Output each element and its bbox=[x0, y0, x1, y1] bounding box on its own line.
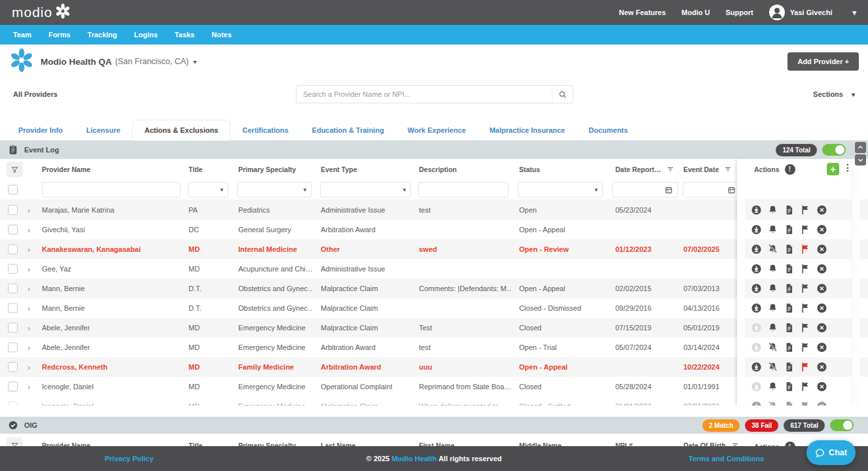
document-icon[interactable] bbox=[784, 342, 795, 353]
close-icon[interactable] bbox=[816, 362, 827, 373]
row-checkbox[interactable] bbox=[8, 284, 18, 294]
expand-chevron-icon[interactable]: › bbox=[27, 304, 30, 313]
column-filter-icon[interactable] bbox=[666, 166, 674, 173]
flag-icon[interactable] bbox=[800, 323, 811, 334]
column-header-date-report[interactable]: Date Report… bbox=[615, 166, 674, 173]
download-icon[interactable] bbox=[751, 323, 762, 334]
download-icon[interactable] bbox=[751, 342, 762, 353]
filter-select-event-type[interactable]: ▾ bbox=[320, 182, 411, 198]
oig-toggle[interactable] bbox=[830, 419, 854, 431]
download-icon[interactable] bbox=[751, 362, 762, 373]
tab-actions-exclusions[interactable]: Actions & Exclusions bbox=[132, 120, 230, 141]
filter-input-provider-name[interactable] bbox=[47, 186, 175, 194]
download-icon[interactable] bbox=[751, 401, 762, 406]
bell-slash-icon[interactable] bbox=[767, 244, 778, 255]
select-all-checkbox[interactable] bbox=[8, 184, 18, 194]
row-checkbox[interactable] bbox=[8, 304, 18, 313]
nav-item-forms[interactable]: Forms bbox=[48, 31, 71, 39]
download-icon[interactable] bbox=[751, 244, 762, 255]
bell-icon[interactable] bbox=[767, 381, 778, 392]
nav-item-notes[interactable]: Notes bbox=[211, 31, 232, 39]
flag-icon[interactable] bbox=[800, 205, 811, 216]
expand-chevron-icon[interactable]: › bbox=[27, 284, 30, 294]
sections-dropdown[interactable]: Sections ▾ bbox=[813, 90, 855, 98]
modio-logo[interactable]: modio bbox=[12, 3, 71, 22]
close-icon[interactable] bbox=[816, 244, 827, 255]
event-log-toggle[interactable] bbox=[822, 144, 846, 156]
row-checkbox[interactable] bbox=[8, 323, 18, 333]
nav-item-team[interactable]: Team bbox=[13, 31, 31, 39]
close-icon[interactable] bbox=[816, 323, 827, 334]
chevron-down-icon[interactable]: ▾ bbox=[193, 58, 196, 65]
flag-icon[interactable] bbox=[800, 264, 811, 275]
calendar-icon[interactable] bbox=[727, 186, 736, 194]
tab-certifications[interactable]: Certifications bbox=[230, 120, 300, 140]
row-checkbox[interactable] bbox=[8, 382, 18, 392]
column-header-npi[interactable]: NPI # bbox=[615, 442, 632, 446]
column-header-title[interactable]: Title bbox=[189, 166, 202, 173]
add-provider-button[interactable]: Add Provider + bbox=[787, 52, 859, 71]
column-header-primary-specialty[interactable]: Primary Specialty bbox=[238, 442, 296, 446]
topbar-link-support[interactable]: Support bbox=[725, 9, 753, 16]
topbar-link-new-features[interactable]: New Features bbox=[619, 9, 666, 16]
brand-link[interactable]: Modio Health bbox=[391, 455, 437, 462]
row-checkbox[interactable] bbox=[8, 264, 18, 274]
row-checkbox[interactable] bbox=[8, 362, 18, 372]
document-icon[interactable] bbox=[784, 401, 795, 406]
nav-item-tracking[interactable]: Tracking bbox=[88, 31, 117, 39]
document-icon[interactable] bbox=[784, 283, 795, 294]
row-checkbox[interactable] bbox=[8, 225, 18, 235]
expand-chevron-icon[interactable]: › bbox=[27, 382, 30, 392]
alert-exclamation-icon[interactable]: ! bbox=[785, 442, 795, 446]
calendar-icon[interactable] bbox=[664, 186, 673, 194]
bell-icon[interactable] bbox=[767, 283, 778, 294]
column-header-event-date[interactable]: Event Date bbox=[683, 166, 732, 173]
tab-provider-info[interactable]: Provider Info bbox=[7, 120, 75, 140]
bell-icon[interactable] bbox=[767, 224, 778, 236]
close-icon[interactable] bbox=[816, 401, 827, 406]
row-checkbox[interactable] bbox=[8, 402, 18, 406]
bell-icon[interactable] bbox=[767, 303, 778, 314]
row-checkbox[interactable] bbox=[8, 343, 18, 353]
bell-icon[interactable] bbox=[767, 264, 778, 275]
filter-select-primary-specialty[interactable]: ▾ bbox=[237, 182, 312, 198]
provider-search-input[interactable] bbox=[297, 90, 552, 98]
document-icon[interactable] bbox=[784, 323, 795, 334]
document-icon[interactable] bbox=[784, 205, 795, 216]
close-icon[interactable] bbox=[816, 303, 827, 314]
column-header-primary-specialty[interactable]: Primary Specialty bbox=[238, 166, 296, 173]
row-checkbox[interactable] bbox=[8, 245, 18, 254]
filter-select-title[interactable]: ▾ bbox=[188, 182, 228, 198]
flag-icon[interactable] bbox=[800, 381, 811, 392]
close-icon[interactable] bbox=[816, 381, 827, 392]
terms-link[interactable]: Terms and Conditions bbox=[689, 455, 764, 462]
column-header-date-of-birth[interactable]: Date Of Birth bbox=[683, 442, 739, 446]
flag-icon[interactable] bbox=[800, 224, 811, 236]
add-event-button[interactable]: + bbox=[827, 163, 839, 175]
bell-icon[interactable] bbox=[767, 323, 778, 334]
flag-icon[interactable] bbox=[800, 362, 811, 373]
bell-slash-icon[interactable] bbox=[767, 342, 778, 353]
topbar-link-modio-u[interactable]: Modio U bbox=[681, 9, 710, 16]
column-header-provider-name[interactable]: Provider Name bbox=[42, 166, 90, 173]
expand-chevron-icon[interactable]: › bbox=[27, 264, 30, 274]
expand-chevron-icon[interactable]: › bbox=[27, 205, 30, 215]
column-header-description[interactable]: Description bbox=[419, 166, 457, 173]
download-icon[interactable] bbox=[751, 283, 762, 294]
expand-chevron-icon[interactable]: › bbox=[27, 225, 30, 235]
nav-item-logins[interactable]: Logins bbox=[134, 31, 158, 39]
document-icon[interactable] bbox=[784, 303, 795, 314]
flag-icon[interactable] bbox=[800, 401, 811, 406]
download-icon[interactable] bbox=[751, 303, 762, 314]
document-icon[interactable] bbox=[784, 244, 795, 255]
document-icon[interactable] bbox=[784, 224, 795, 236]
column-header-provider-name[interactable]: Provider Name bbox=[42, 442, 90, 446]
flag-icon[interactable] bbox=[800, 342, 811, 353]
document-icon[interactable] bbox=[784, 381, 795, 392]
document-icon[interactable] bbox=[784, 264, 795, 275]
scroll-down-button[interactable] bbox=[855, 154, 866, 166]
close-icon[interactable] bbox=[816, 342, 827, 353]
column-header-first-name[interactable]: First Name bbox=[419, 442, 454, 446]
filter-select-status[interactable]: ▾ bbox=[518, 182, 603, 198]
filter-date-event-date[interactable] bbox=[683, 182, 741, 198]
